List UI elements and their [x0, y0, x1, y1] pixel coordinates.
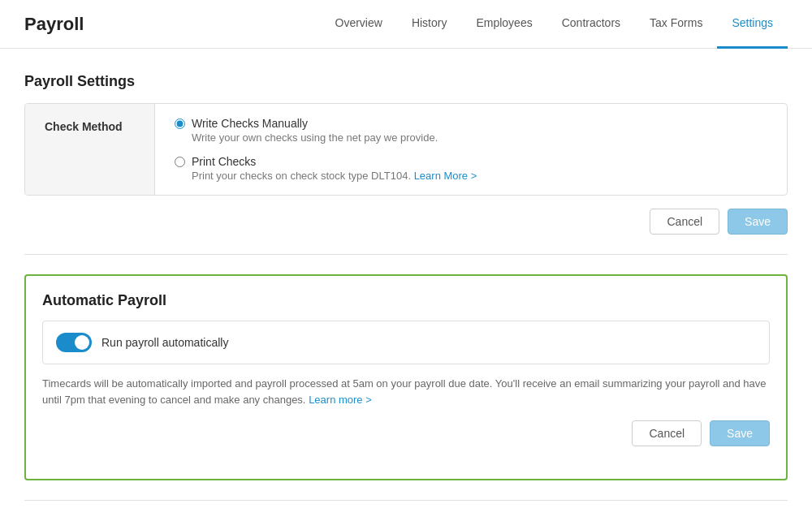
auto-payroll-learn-more[interactable]: Learn more >: [309, 394, 372, 406]
write-checks-text: Write Checks Manually Write your own che…: [192, 117, 438, 144]
payroll-settings-btn-row: Cancel Save: [24, 209, 788, 235]
print-checks-learn-more[interactable]: Learn More >: [414, 170, 477, 182]
write-checks-label: Write Checks Manually: [192, 117, 438, 130]
auto-payroll-toggle-label: Run payroll automatically: [102, 336, 228, 349]
check-method-options: Write Checks Manually Write your own che…: [155, 104, 787, 195]
nav-overview[interactable]: Overview: [321, 0, 397, 49]
check-method-label: Check Method: [25, 104, 155, 195]
header: Payroll Overview History Employees Contr…: [0, 0, 812, 49]
print-checks-desc: Print your checks on check stock type DL…: [192, 170, 477, 182]
auto-payroll-slider: [56, 333, 92, 352]
nav-tax-forms[interactable]: Tax Forms: [635, 0, 717, 49]
automatic-payroll-title: Automatic Payroll: [42, 292, 770, 309]
check-method-card: Check Method Write Checks Manually Write…: [24, 103, 788, 196]
payroll-settings-title: Payroll Settings: [24, 73, 788, 90]
auto-payroll-description: Timecards will be automatically imported…: [42, 376, 770, 407]
main-content: Payroll Settings Check Method Write Chec…: [0, 49, 812, 521]
divider-2: [24, 500, 788, 501]
app-title: Payroll: [24, 14, 84, 35]
print-checks-text: Print Checks Print your checks on check …: [192, 155, 477, 182]
payroll-settings-save-button[interactable]: Save: [728, 209, 788, 235]
payroll-settings-section: Payroll Settings Check Method Write Chec…: [24, 73, 788, 235]
auto-payroll-btn-row: Cancel Save: [42, 420, 770, 446]
main-nav: Overview History Employees Contractors T…: [321, 0, 788, 49]
auto-payroll-save-button[interactable]: Save: [710, 420, 770, 446]
radio-print-checks[interactable]: [175, 157, 185, 167]
divider-1: [24, 254, 788, 255]
auto-payroll-cancel-button[interactable]: Cancel: [632, 420, 702, 446]
auto-payroll-toggle[interactable]: [56, 333, 92, 352]
automatic-payroll-section: Automatic Payroll Run payroll automatica…: [24, 274, 788, 480]
radio-option-print: Print Checks Print your checks on check …: [175, 155, 767, 182]
write-checks-desc: Write your own checks using the net pay …: [192, 131, 438, 144]
auto-payroll-toggle-card: Run payroll automatically: [42, 321, 770, 364]
nav-contractors[interactable]: Contractors: [547, 0, 635, 49]
radio-write-checks[interactable]: [175, 118, 185, 129]
nav-employees[interactable]: Employees: [461, 0, 546, 49]
print-checks-label: Print Checks: [192, 155, 477, 168]
nav-history[interactable]: History: [397, 0, 462, 49]
payroll-settings-cancel-button[interactable]: Cancel: [650, 209, 719, 235]
radio-option-write: Write Checks Manually Write your own che…: [175, 117, 767, 144]
nav-settings[interactable]: Settings: [717, 0, 788, 49]
check-method-table: Check Method Write Checks Manually Write…: [25, 104, 787, 195]
